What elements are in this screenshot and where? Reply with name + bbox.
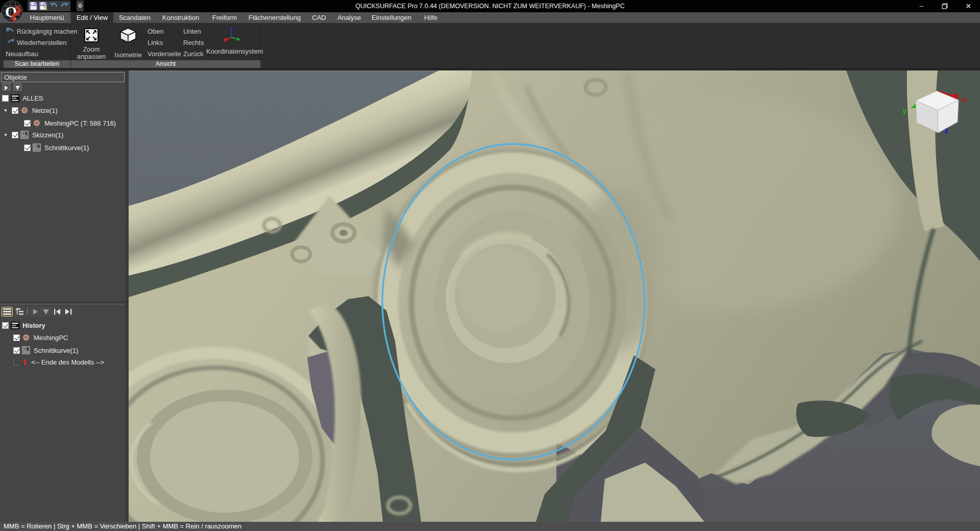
svg-text:x: x	[962, 95, 966, 104]
svg-text:Q: Q	[5, 3, 17, 20]
svg-text:y: y	[902, 106, 907, 115]
